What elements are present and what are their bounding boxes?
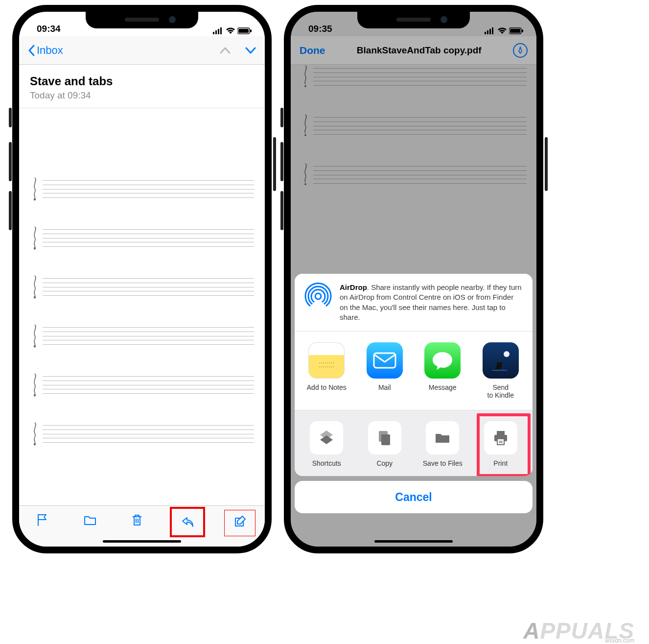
- treble-clef-icon: [30, 177, 40, 201]
- notes-icon: [314, 348, 339, 373]
- share-app-mail[interactable]: Mail: [360, 342, 409, 399]
- email-body: /* staves generated below via cloning */: [19, 108, 265, 480]
- app-label: Message: [418, 383, 467, 391]
- music-staff: [30, 324, 254, 348]
- share-apps-row: Add to Notes Mail Message: [295, 332, 533, 410]
- pdf-title: BlankStaveAndTab copy.pdf: [357, 45, 482, 56]
- status-time: 09:35: [308, 24, 332, 34]
- notch: [86, 12, 198, 28]
- app-label: Mail: [360, 383, 409, 391]
- svg-rect-18: [510, 29, 520, 33]
- svg-point-8: [34, 247, 36, 249]
- share-sheet: AirDrop. Share instantly with people nea…: [295, 274, 533, 513]
- svg-point-23: [315, 293, 321, 299]
- notch: [357, 12, 470, 28]
- cancel-button[interactable]: Cancel: [295, 481, 533, 513]
- cancel-label: Cancel: [395, 491, 432, 504]
- folder-icon: [434, 429, 451, 447]
- action-label: Save to Files: [418, 459, 467, 467]
- volume-down: [280, 191, 283, 230]
- treble-clef-icon: [30, 422, 40, 446]
- print-highlight-annotation: [477, 413, 531, 476]
- watermark-source: wsxdn.com: [605, 637, 634, 644]
- action-label: Copy: [360, 459, 409, 467]
- svg-rect-19: [522, 29, 523, 32]
- svg-rect-14: [487, 30, 488, 34]
- status-time: 09:34: [37, 24, 61, 34]
- svg-rect-16: [492, 27, 493, 34]
- prev-message-arrow[interactable]: [220, 47, 231, 54]
- home-indicator[interactable]: [374, 540, 453, 543]
- battery-icon: [509, 27, 524, 34]
- message-icon: [431, 350, 454, 371]
- action-shortcuts[interactable]: Shortcuts: [302, 421, 351, 467]
- svg-rect-2: [218, 29, 219, 34]
- markup-pen-icon: [516, 47, 524, 54]
- compose-button[interactable]: [224, 510, 255, 536]
- mail-nav-bar: Inbox: [19, 36, 265, 65]
- wifi-icon: [226, 27, 235, 34]
- power-button: [545, 137, 548, 191]
- volume-down: [9, 191, 12, 230]
- app-label: Add to Notes: [302, 383, 351, 391]
- share-app-message[interactable]: Message: [418, 342, 467, 399]
- music-staff: [30, 226, 254, 250]
- treble-clef-icon: [30, 373, 40, 397]
- pdf-nav-bar: Done BlankStaveAndTab copy.pdf: [291, 36, 536, 65]
- phone-right-frame: 09:35 Done BlankStaveAndTab copy.pdf Air…: [284, 5, 543, 553]
- treble-clef-icon: [30, 324, 40, 348]
- svg-rect-0: [213, 32, 214, 34]
- shortcuts-icon: [318, 429, 335, 447]
- email-header: Stave and tabs Today at 09:34: [19, 65, 265, 108]
- svg-rect-28: [492, 370, 507, 371]
- svg-rect-5: [238, 29, 249, 33]
- email-date: Today at 09:34: [30, 90, 254, 101]
- mute-switch: [280, 108, 283, 127]
- back-to-inbox[interactable]: Inbox: [28, 44, 63, 57]
- treble-clef-icon: [30, 226, 40, 250]
- share-card: AirDrop. Share instantly with people nea…: [295, 274, 533, 476]
- share-app-add-to-notes[interactable]: Add to Notes: [302, 342, 351, 399]
- wifi-icon: [497, 27, 507, 34]
- music-staff: [30, 177, 254, 201]
- markup-button[interactable]: [513, 43, 528, 58]
- svg-point-12: [34, 443, 36, 445]
- status-icons: [213, 27, 252, 34]
- svg-rect-3: [220, 27, 222, 34]
- action-label: Shortcuts: [302, 459, 351, 467]
- airdrop-text: AirDrop. Share instantly with people nea…: [340, 283, 523, 322]
- next-message-arrow[interactable]: [245, 47, 256, 54]
- treble-clef-icon: [30, 275, 40, 299]
- svg-point-10: [34, 345, 36, 347]
- mail-icon: [373, 352, 396, 369]
- flag-button[interactable]: [28, 513, 57, 527]
- done-button[interactable]: Done: [300, 45, 325, 56]
- svg-point-11: [34, 394, 36, 396]
- reply-share-button[interactable]: [170, 507, 205, 537]
- volume-up: [280, 142, 283, 181]
- app-label: Send to Kindle: [476, 383, 525, 399]
- svg-rect-13: [485, 32, 486, 34]
- svg-rect-6: [250, 29, 252, 32]
- action-copy[interactable]: Copy: [360, 421, 409, 467]
- svg-rect-30: [379, 431, 388, 442]
- share-app-send-to-kindle[interactable]: Send to Kindle: [476, 342, 525, 399]
- svg-point-27: [504, 351, 510, 357]
- action-save-to-files[interactable]: Save to Files: [418, 421, 467, 467]
- music-staff: [30, 275, 254, 299]
- airdrop-section[interactable]: AirDrop. Share instantly with people nea…: [295, 274, 533, 332]
- music-staff: [30, 373, 254, 397]
- music-staff: [30, 422, 254, 446]
- battery-icon: [237, 27, 252, 34]
- svg-point-7: [34, 198, 36, 200]
- mute-switch: [9, 108, 12, 127]
- trash-button[interactable]: [123, 513, 151, 527]
- home-indicator[interactable]: [103, 540, 181, 543]
- power-button: [273, 137, 276, 191]
- phone-left-frame: 09:34 Inbox Stave and tabs Today at 09:3…: [12, 5, 272, 553]
- svg-rect-1: [215, 30, 217, 34]
- share-actions-row: Shortcuts Copy Save to Files Print: [295, 410, 533, 476]
- svg-rect-15: [489, 29, 491, 34]
- cellular-icon: [485, 27, 495, 34]
- move-to-folder-button[interactable]: [76, 513, 104, 527]
